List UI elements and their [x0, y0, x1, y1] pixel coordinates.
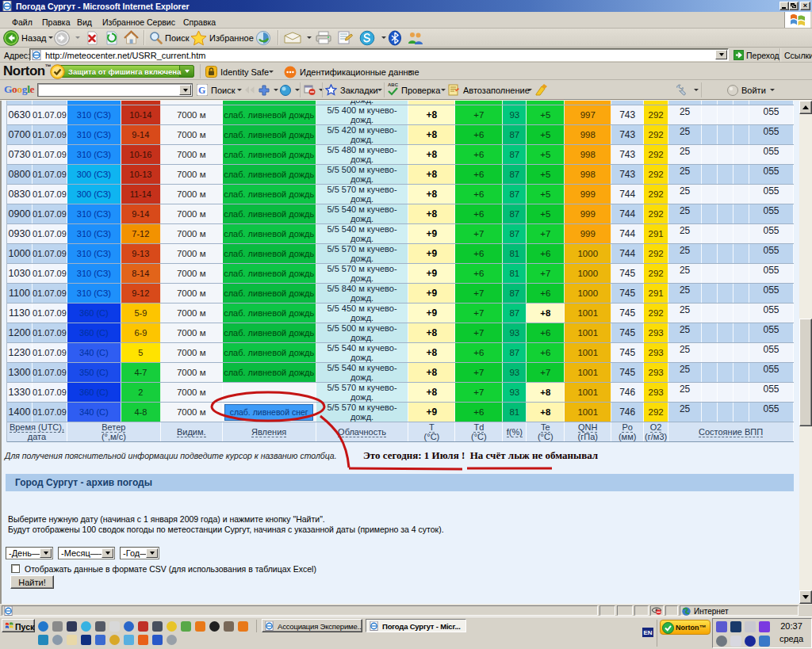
svg-text:G: G — [198, 85, 205, 96]
